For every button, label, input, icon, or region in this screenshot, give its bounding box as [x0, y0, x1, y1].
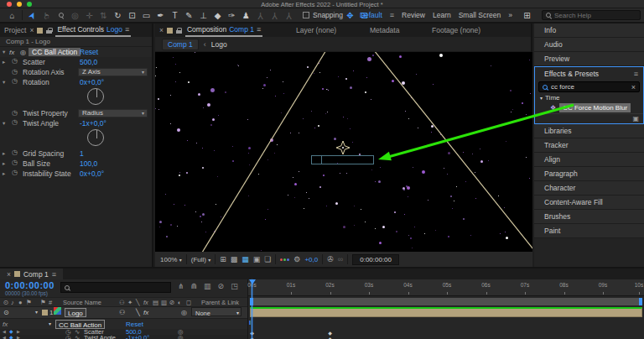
world-axis-mode-button[interactable]: Y — [267, 9, 282, 21]
parent-dropdown[interactable]: None ▾ — [191, 307, 242, 316]
workspace-small-screen[interactable]: Small Screen — [459, 11, 501, 19]
close-icon[interactable]: × — [7, 270, 11, 279]
workspace-default[interactable]: Default — [360, 11, 382, 19]
property-value[interactable]: -1x+0,0° — [80, 119, 106, 128]
lock-icon[interactable] — [46, 28, 52, 34]
clone-stamp-tool-button[interactable]: ⊥ — [196, 9, 210, 21]
region-of-interest-button[interactable]: ▣ — [253, 255, 261, 263]
panel-header-libraries[interactable]: Libraries — [534, 124, 644, 138]
layer-name[interactable]: Logo — [65, 308, 86, 317]
text-layer-selection-box[interactable] — [312, 156, 374, 164]
type-tool-button[interactable]: T — [168, 9, 182, 21]
property-row-twist-property[interactable]: ◷ Twist Property Radius ▾ — [0, 107, 152, 118]
property-row-ball-size[interactable]: ▸ ◷ Ball Size 100,0 — [0, 159, 152, 169]
workspace-learn[interactable]: Learn — [433, 11, 451, 19]
close-icon[interactable]: × — [159, 26, 164, 34]
exposure-gear-icon[interactable]: ⚙ — [293, 255, 300, 263]
puppet-pin-tool-button[interactable]: ♟ — [239, 9, 253, 21]
show-snapshot-icon[interactable]: ∞ — [338, 255, 343, 263]
lock-icon[interactable] — [176, 28, 182, 34]
property-row-rotation[interactable]: ▾ ◷ Rotation 0x+0,0° — [0, 77, 152, 86]
panel-header-preview[interactable]: Preview — [534, 52, 644, 66]
fx-icon[interactable]: fx — [9, 49, 14, 56]
frame-blending-icon[interactable]: ▥ — [204, 282, 211, 290]
stopwatch-icon[interactable]: ◷ — [12, 149, 18, 156]
stopwatch-icon[interactable]: ◷ — [12, 109, 18, 117]
graph-editor-icon[interactable]: ◳ — [231, 282, 238, 290]
twist-angle-dial[interactable] — [87, 129, 104, 146]
source-name-column-header[interactable]: Source Name — [63, 299, 101, 306]
home-tool-button[interactable]: ⌂ — [5, 9, 19, 21]
magnification-dropdown[interactable]: 100% ▾ — [160, 256, 182, 263]
quality-switch-icon[interactable]: ▤ — [153, 299, 158, 306]
stopwatch-icon[interactable]: ◷ — [12, 77, 18, 85]
property-row-twist-angle[interactable]: ◀ ◆ ▶ ◷ ∿ Twist Angle -1x+0,0° ◎ — [0, 335, 247, 339]
shy-switch-icon[interactable]: ⚇ — [119, 299, 125, 306]
panel-menu-icon[interactable]: ≡ — [125, 25, 129, 34]
chevron-right-icon[interactable]: ▸ — [3, 59, 5, 65]
keyframe-diamond[interactable]: ◆ — [328, 329, 332, 335]
stopwatch-icon[interactable]: ◷ — [12, 68, 18, 76]
breadcrumb-layer[interactable]: Logo — [211, 40, 227, 49]
layer-duration-bar[interactable] — [250, 307, 642, 317]
property-row-scatter[interactable]: ▸ ◷ Scatter 500,0 — [0, 57, 152, 66]
previous-keyframe-icon[interactable]: ◀ — [3, 329, 6, 335]
tab-project[interactable]: Project — [4, 26, 26, 34]
property-value[interactable]: 0x+0,0° — [80, 170, 104, 178]
layer-label-color[interactable] — [42, 310, 48, 316]
panel-header-content-aware-fill[interactable]: Content-Aware Fill — [534, 196, 644, 210]
hand-tool-button[interactable]: ☞ — [39, 9, 54, 21]
property-value[interactable]: 0x+0,0° — [80, 78, 104, 86]
composition-viewer[interactable] — [155, 52, 532, 252]
view-axis-mode-button[interactable]: Y — [282, 9, 296, 21]
panel-header-audio[interactable]: Audio — [534, 38, 644, 52]
property-row-grid-spacing[interactable]: ▸ ◷ Grid Spacing 1 — [0, 149, 152, 159]
work-area-bar[interactable] — [250, 298, 642, 305]
time-ruler[interactable]: 00s 01s 02s 03s 04s 05s 06s 07s 08s 09s … — [248, 279, 644, 296]
preview-timecode[interactable]: 0:00:00:00 — [352, 254, 399, 265]
twist-property-dropdown[interactable]: Radius ▾ — [78, 109, 148, 117]
property-row-scatter[interactable]: ◀ ◆ ▶ ◷ ∿ Scatter 500,0 ◎ — [0, 329, 247, 335]
effect-item-cc-force-motion-blur[interactable]: ❖ CC Force Motion Blur — [535, 102, 643, 113]
orbit-camera-tool-button[interactable]: ◎ — [68, 9, 82, 21]
tab-layer[interactable]: Layer (none) — [296, 26, 336, 34]
cube-3d-switch-icon[interactable]: ◻ — [186, 299, 191, 306]
timeline-right[interactable]: 00s 01s 02s 03s 04s 05s 06s 07s 08s 09s … — [248, 279, 644, 339]
property-value[interactable]: 500,0 — [80, 58, 97, 66]
workspace-review[interactable]: Review — [402, 11, 425, 19]
rotation-tool-button[interactable]: ↻ — [111, 9, 125, 21]
help-search-input[interactable] — [554, 12, 630, 19]
tab-composition[interactable]: Composition Comp 1 ≡ — [185, 23, 262, 37]
grid-options-button[interactable]: ⊞ — [220, 255, 226, 263]
chevron-down-icon[interactable]: ▾ — [3, 79, 5, 86]
keyframe-toggle-icon[interactable]: ◆ — [9, 335, 13, 339]
panel-pin-icon[interactable] — [37, 28, 43, 34]
playhead[interactable] — [252, 279, 252, 339]
effects-group-time[interactable]: ▾ Time — [535, 93, 643, 102]
effect-name[interactable]: CC Ball Action — [29, 48, 80, 56]
panel-header-info[interactable]: Info — [534, 23, 644, 38]
panel-menu-icon[interactable]: ≡ — [634, 70, 638, 78]
chevron-down-icon[interactable]: ▾ — [3, 120, 5, 127]
next-keyframe-icon[interactable]: ▶ — [17, 329, 20, 335]
stopwatch-icon[interactable]: ◷ — [12, 159, 18, 166]
clear-search-icon[interactable]: × — [631, 83, 636, 91]
composition-mini-flowchart-icon[interactable]: ⋔ — [178, 282, 184, 290]
panel-header-tracker[interactable]: Tracker — [534, 138, 644, 153]
pen-tool-button[interactable]: ✒ — [153, 9, 168, 21]
snapshot-camera-icon[interactable]: ✇ — [327, 255, 334, 263]
pan-behind-tool-button[interactable]: ⊡ — [125, 9, 139, 21]
pencil-icon[interactable]: ╲ — [136, 307, 140, 318]
graph-toggle-icon[interactable]: ∿ — [75, 335, 80, 339]
transparency-grid-button[interactable]: ▦ — [242, 255, 249, 263]
keyframe-toggle-icon[interactable]: ◆ — [9, 329, 13, 335]
resolution-dropdown[interactable]: (Full) ▾ — [191, 256, 210, 263]
mask-visibility-button[interactable]: ▩ — [231, 255, 238, 263]
eye-icon[interactable]: ⊙ — [3, 307, 9, 318]
stopwatch-icon[interactable]: ◷ — [65, 335, 71, 339]
playhead-grip[interactable] — [249, 279, 256, 284]
panel-header-effects-presets[interactable]: Effects & Presets ≡ — [535, 67, 643, 81]
channel-rgb-button[interactable] — [280, 258, 289, 261]
pickwhip-icon[interactable]: ◎ — [178, 335, 184, 339]
motion-blur-switch-icon[interactable]: ⊘ — [169, 299, 174, 306]
